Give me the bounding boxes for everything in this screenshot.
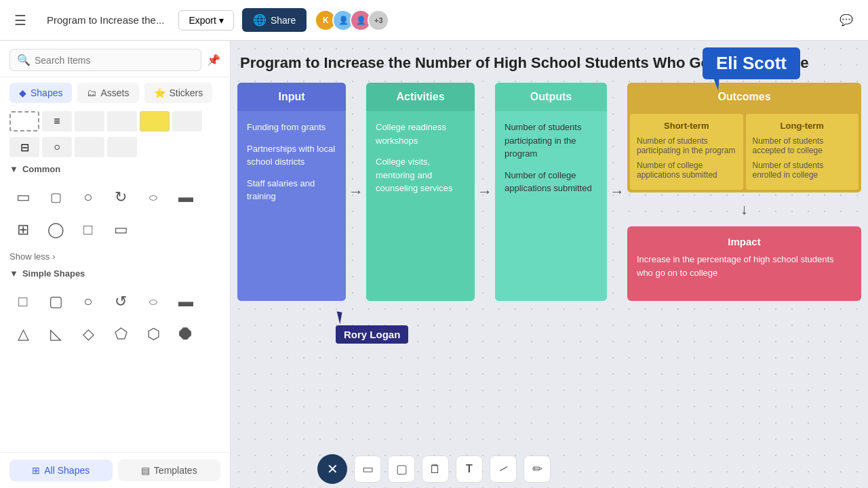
arrow-1: → (346, 183, 366, 201)
long-term-item-1: Number of students accepted to college (753, 136, 852, 155)
all-shapes-button[interactable]: ⊞ All Shapes (9, 460, 113, 481)
rect-icon: ▭ (362, 462, 374, 476)
chevron-down-icon-2: ▼ (9, 268, 18, 279)
document-title[interactable]: Program to Increase the... (41, 11, 170, 29)
short-term-item-2: Number of college applications submitted (637, 161, 736, 180)
tab-assets[interactable]: 🗂 Assets (77, 83, 138, 103)
long-term-item-2: Number of students enrolled in college (753, 161, 852, 180)
chevron-down-icon: ▾ (219, 15, 224, 26)
shape-wide-rect[interactable]: ▭ (107, 216, 134, 243)
menu-button[interactable]: ☰ (8, 8, 33, 33)
tab-shapes-label: Shapes (31, 87, 62, 98)
shape-stadium[interactable]: ▬ (172, 184, 199, 211)
all-shapes-icon: ⊞ (32, 465, 40, 476)
search-wrap[interactable]: 🔍 (9, 49, 201, 71)
simple-square[interactable]: □ (9, 288, 37, 315)
all-shapes-label: All Shapes (44, 465, 90, 476)
diagram-flow: Input Funding from grants Partnerships w… (237, 83, 861, 301)
pen-icon: ✏ (532, 462, 542, 476)
simple-rect[interactable]: ▬ (172, 288, 199, 315)
simple-rounded-sq[interactable]: ▢ (42, 288, 69, 315)
assets-icon: 🗂 (87, 87, 96, 98)
long-term-col: Long-term Number of students accepted to… (746, 114, 859, 190)
outcomes-impact-wrapper: Outcomes Short-term Number of students p… (627, 83, 861, 301)
tab-stickers[interactable]: ⭐ Stickers (144, 83, 213, 103)
outputs-header: Outputs (495, 83, 607, 111)
tab-stickers-label: Stickers (170, 87, 203, 98)
simple-shapes-grid: □ ▢ ○ ↺ ⬭ ▬ △ ◺ ◇ ⬠ ⬡ ⯃ (0, 283, 230, 353)
shape-rounded-rect[interactable]: ▢ (42, 184, 69, 211)
eli-name-tag: Eli Scott (703, 47, 800, 79)
shape-oval[interactable]: ◯ (42, 216, 69, 243)
line-icon: / (498, 464, 509, 474)
simple-oval[interactable]: ⬭ (140, 288, 167, 315)
activities-item-2: College visits, mentoring and counseling… (376, 155, 465, 195)
outputs-body: Number of students participating in the … (495, 111, 607, 301)
show-less-button[interactable]: Show less › (0, 249, 230, 264)
outputs-item-1: Number of students participating in the … (505, 121, 597, 161)
stickers-icon: ⭐ (154, 87, 165, 98)
pen-tool[interactable]: ✏ (524, 455, 551, 483)
shape-rect2[interactable]: □ (75, 216, 102, 243)
line-tool[interactable]: / (490, 455, 517, 483)
templates-icon: ▤ (141, 465, 150, 476)
menu-icon: ☰ (14, 12, 26, 28)
note-tool[interactable]: 🗒 (422, 455, 449, 483)
simple-undo[interactable]: ↺ (107, 288, 134, 315)
text-tool[interactable]: T (456, 455, 483, 483)
cursor-rory-label: Rory Logan (336, 325, 408, 344)
outputs-column: Outputs Number of students participating… (495, 83, 607, 301)
sidebar-footer: ⊞ All Shapes ▤ Templates (0, 452, 230, 488)
simple-shapes-section-header[interactable]: ▼ Simple Shapes (0, 264, 230, 283)
shape-table[interactable]: ⊞ (9, 216, 37, 243)
simple-pentagon[interactable]: ⬠ (107, 321, 134, 348)
search-input[interactable] (35, 55, 194, 66)
eli-cursor-arrow (711, 77, 719, 91)
export-button[interactable]: Export ▾ (178, 10, 233, 30)
shape-circle[interactable]: ○ (75, 184, 102, 211)
short-term-col: Short-term Number of students participat… (630, 114, 743, 190)
simple-octagon[interactable]: ⯃ (172, 321, 199, 348)
common-shapes-grid: ▭ ▢ ○ ↻ ⬭ ▬ ⊞ ◯ □ ▭ (0, 178, 230, 249)
shape-ellipse[interactable]: ⬭ (140, 184, 167, 211)
sidebar: 🔍 📌 ◆ Shapes 🗂 Assets ⭐ Stickers ≡ (0, 41, 231, 488)
avatar-group: K 👤 👤 +3 (315, 9, 389, 31)
diagram: Program to Increase the Number of High S… (237, 54, 861, 301)
outcomes-block: Outcomes Short-term Number of students p… (627, 83, 861, 192)
simple-hexagon[interactable]: ⬡ (140, 321, 167, 348)
arrow-3: → (607, 183, 627, 201)
export-label: Export (189, 15, 216, 26)
close-button[interactable]: ✕ (317, 454, 347, 484)
avatar-overflow[interactable]: +3 (368, 9, 389, 31)
templates-button[interactable]: ▤ Templates (118, 460, 221, 481)
pin-icon[interactable]: 📌 (207, 54, 220, 66)
common-section-header[interactable]: ▼ Common (0, 160, 230, 178)
shape-rect[interactable]: ▭ (9, 184, 37, 211)
simple-right-triangle[interactable]: ◺ (42, 321, 69, 348)
activities-column: Activities College readiness workshops C… (366, 83, 475, 301)
templates-label: Templates (154, 465, 197, 476)
chat-button[interactable]: 💬 (833, 7, 860, 34)
rounded-rect-icon: ▢ (396, 462, 408, 476)
long-term-header: Long-term (753, 121, 852, 131)
simple-circle[interactable]: ○ (75, 288, 102, 315)
simple-triangle[interactable]: △ (9, 321, 37, 348)
short-term-item-1: Number of students participating in the … (637, 136, 736, 155)
main-layout: 🔍 📌 ◆ Shapes 🗂 Assets ⭐ Stickers ≡ (0, 41, 868, 488)
tab-assets-label: Assets (100, 87, 129, 98)
shape-refresh[interactable]: ↻ (107, 184, 134, 211)
simple-diamond[interactable]: ◇ (75, 321, 102, 348)
chevron-down-icon: ▼ (9, 164, 18, 174)
input-column: Input Funding from grants Partnerships w… (237, 83, 346, 301)
outcomes-header: Outcomes (627, 83, 861, 111)
short-term-header: Short-term (637, 121, 736, 131)
canvas[interactable]: Program to Increase the Number of High S… (231, 41, 868, 488)
rect-tool[interactable]: ▭ (354, 455, 381, 483)
share-button[interactable]: 🌐 Share (242, 8, 307, 32)
text-icon: T (466, 463, 473, 475)
chevron-right-icon: › (52, 251, 55, 262)
cursor-rory: Rory Logan (336, 312, 408, 344)
rounded-rect-tool[interactable]: ▢ (388, 455, 415, 483)
tab-shapes[interactable]: ◆ Shapes (9, 83, 72, 103)
search-icon: 🔍 (17, 54, 31, 66)
